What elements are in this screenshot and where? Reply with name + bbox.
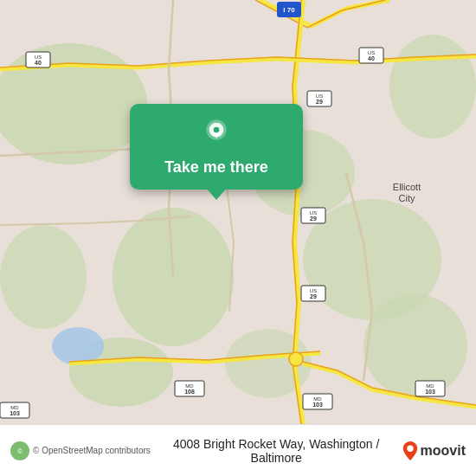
svg-point-11 [289,352,303,366]
address-label: 4008 Bright Rocket Way, Washington / Bal… [159,437,394,465]
svg-text:103: 103 [425,389,435,395]
moovit-logo: moovit [402,441,466,460]
svg-text:108: 108 [184,389,195,395]
location-pin-icon [199,117,234,151]
svg-text:40: 40 [368,55,375,61]
map-container: I 70 US 40 US 40 US 29 US 29 US 29 MD 10… [0,0,476,424]
moovit-brand-label: moovit [421,443,466,459]
svg-point-9 [389,35,476,138]
svg-point-48 [407,445,413,451]
svg-text:I 70: I 70 [283,6,295,14]
svg-text:29: 29 [310,215,317,222]
popup-label: Take me there [164,158,268,177]
take-me-there-popup[interactable]: Take me there [130,104,303,190]
moovit-pin-icon [402,441,418,460]
osm-credit-text: © OpenStreetMap contributors [33,446,151,455]
openstreetmap-attribution: © © OpenStreetMap contributors [10,441,151,460]
svg-point-45 [214,127,220,133]
svg-text:©: © [17,448,23,454]
svg-text:Ellicott: Ellicott [393,182,421,192]
svg-text:103: 103 [312,402,323,408]
osm-icon: © [10,441,29,460]
svg-text:City: City [399,193,415,203]
bottom-bar: © © OpenStreetMap contributors 4008 Brig… [0,424,476,476]
svg-text:103: 103 [10,410,20,416]
svg-text:29: 29 [316,99,323,105]
svg-text:29: 29 [310,293,317,299]
svg-text:40: 40 [35,60,42,66]
svg-point-8 [0,225,87,329]
